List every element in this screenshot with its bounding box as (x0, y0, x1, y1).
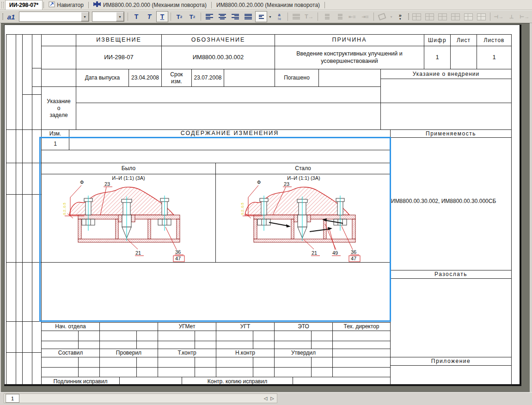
cell-sig[interactable] (216, 341, 253, 349)
cell-sig[interactable] (274, 341, 312, 349)
cell-sig[interactable] (78, 341, 100, 349)
paragraph-style-arrow[interactable]: ▼ (269, 15, 272, 18)
cell-empty[interactable] (41, 69, 76, 87)
cell-sig[interactable] (253, 367, 275, 377)
italic-icon[interactable]: T (143, 11, 155, 22)
cell-prilozhenie-value[interactable] (390, 365, 512, 386)
fill-color-arrow: ▼ (390, 15, 393, 18)
text-convert-icon: T→ (303, 11, 315, 22)
cell-sig[interactable] (311, 331, 333, 341)
cell-sig[interactable] (195, 367, 216, 377)
cell-sig[interactable] (99, 357, 137, 368)
cell-empty[interactable] (41, 34, 76, 46)
text-style-icon[interactable]: a1 (5, 11, 17, 22)
cell-sig[interactable] (136, 331, 158, 341)
font-combo[interactable]: ▼ (19, 12, 89, 22)
superscript-icon[interactable]: T2 (186, 11, 198, 22)
cell-sig[interactable] (136, 341, 158, 349)
cell-sig[interactable] (253, 357, 275, 368)
cell-sig[interactable] (293, 377, 391, 386)
cell-sig[interactable] (41, 357, 79, 368)
bold-icon[interactable]: T (130, 11, 142, 22)
cell-sig[interactable] (311, 341, 333, 349)
cell-sig-label: УГМет (158, 322, 216, 331)
sheet-nav-arrows[interactable]: ◁ ▷ (264, 396, 275, 401)
chevron-down-icon[interactable]: ▼ (116, 12, 124, 21)
tab-navigator[interactable]: Навигатор (45, 0, 87, 10)
overflow-chevron[interactable]: » ▾ (394, 11, 406, 22)
cell-sig[interactable] (136, 367, 158, 377)
cell-sig[interactable] (41, 331, 79, 341)
cell-shifr-value[interactable]: 1 (424, 46, 451, 69)
tabbar-grip[interactable] (1, 2, 4, 8)
cell-sig[interactable] (216, 357, 253, 368)
cell-oboznachenie-value[interactable]: ИМ8800.00.30.002 (161, 46, 275, 69)
cell-sig[interactable] (332, 357, 391, 368)
cell-list-label: Лист (450, 34, 477, 46)
align-right-icon[interactable] (229, 11, 241, 22)
cell-sig[interactable] (216, 367, 253, 377)
cell-sig[interactable] (158, 357, 195, 368)
line-spacing-icon[interactable]: a ↕c (273, 11, 285, 22)
align-center-icon[interactable] (216, 11, 228, 22)
cell-sig[interactable] (41, 341, 79, 349)
cell-sig[interactable] (99, 367, 137, 377)
cell-sig[interactable] (311, 367, 333, 377)
cell-vnedrenie-row[interactable] (380, 103, 512, 130)
cell-list-value[interactable] (450, 46, 477, 69)
align-left-icon[interactable] (203, 11, 215, 22)
cell-zadel-row[interactable] (76, 103, 381, 130)
paragraph-style-icon[interactable] (255, 11, 267, 22)
cell-sig[interactable] (274, 367, 312, 377)
cell-sig[interactable] (332, 331, 391, 341)
cell-sig[interactable] (311, 357, 333, 368)
cell-primenyaemost-value[interactable]: ИМ8800.00.30.002, ИМ8800.00.30.000СБ (390, 137, 512, 270)
toolbar-grip[interactable] (408, 13, 409, 20)
cell-empty[interactable] (224, 69, 275, 87)
cell-sig[interactable] (158, 341, 195, 349)
cell-sig[interactable] (136, 357, 158, 368)
tab-mechanism-2[interactable]: ИМ8800.00.20.000 (Механизм поворота) (213, 0, 324, 10)
cell-sig[interactable] (274, 357, 312, 368)
cell-data-vypuska-value[interactable]: 23.04.2008 (128, 69, 162, 87)
cell-sig[interactable] (158, 367, 195, 377)
cell-srok-izm-label: Срок изм. (161, 69, 192, 87)
cell-sig[interactable] (41, 367, 79, 377)
subscript-icon[interactable]: T2 (173, 11, 185, 22)
cell-razoslat-value[interactable] (390, 278, 512, 357)
cell-empty[interactable] (41, 46, 76, 69)
cell-izveshchenie-value[interactable]: ИИ-298-07 (76, 46, 162, 69)
chevron-down-icon[interactable]: ▼ (81, 12, 89, 21)
cell-sig[interactable] (78, 367, 100, 377)
toolbar-grip[interactable] (2, 13, 3, 20)
cell-sig[interactable] (195, 357, 216, 368)
underline-icon[interactable]: T (156, 11, 168, 22)
cell-sig[interactable] (158, 331, 195, 341)
cell-zadel-row[interactable] (76, 86, 381, 103)
cell-prichina-value[interactable]: Введение конструктивных улучшений и усов… (275, 46, 424, 69)
cell-sig[interactable] (195, 331, 216, 341)
cell-vnedrenie-row[interactable] (380, 79, 512, 103)
tab-mechanism-1[interactable]: ИМ8800.00.20.000 (Механизм поворота) (90, 0, 210, 10)
cell-sig[interactable] (99, 341, 137, 349)
drawing-selection-frame[interactable] (39, 137, 391, 322)
cell-sig[interactable] (253, 331, 275, 341)
align-justify-icon[interactable] (242, 11, 254, 22)
cell-srok-izm-value[interactable]: 23.07.2008 (191, 69, 224, 87)
cell-sig[interactable] (332, 341, 391, 349)
cell-sig[interactable] (332, 367, 391, 377)
cell-sig[interactable] (216, 331, 253, 341)
cell-listov-value[interactable]: 1 (477, 46, 512, 69)
sheet-tab-1[interactable]: 1 (6, 394, 19, 403)
cell-sig[interactable] (274, 331, 312, 341)
cell-sig[interactable] (78, 357, 100, 368)
cell-sig[interactable] (195, 341, 216, 349)
cell-sig[interactable] (78, 331, 100, 341)
cell-sig[interactable] (119, 377, 182, 386)
cell-sig[interactable] (253, 341, 275, 349)
cell-empty[interactable] (318, 69, 381, 87)
text-format-toolbar: a1 ▼ ▼ T T T T2 T2 ▼ a ↕c T→ ⇤≡ ⇥≡ ▼ » ▾ (0, 10, 532, 23)
font-height-combo[interactable]: ▼ (92, 12, 124, 22)
cell-sig[interactable] (99, 331, 137, 341)
tab-ii-298-07[interactable]: ИИ-298-07* (5, 0, 43, 10)
